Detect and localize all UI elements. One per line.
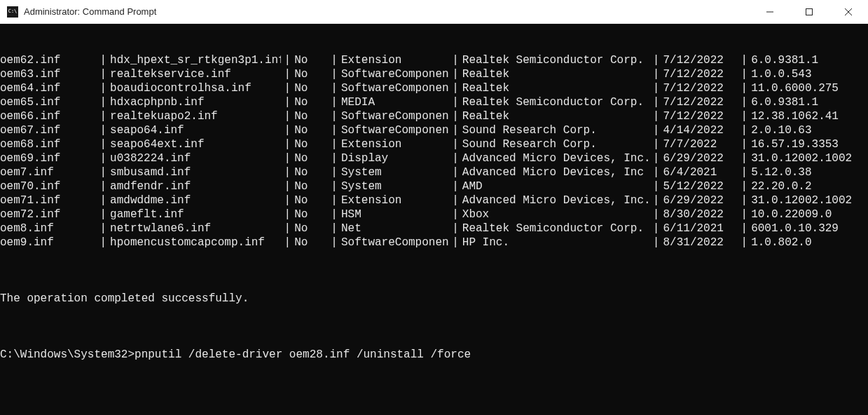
driver-class: SoftwareComponent <box>341 109 448 123</box>
oem-name: oem65.inf <box>0 95 96 109</box>
driver-file: gameflt.inf <box>110 208 280 222</box>
version: 6001.0.10.329 <box>751 222 868 236</box>
column-separator: | <box>281 208 295 222</box>
column-separator: | <box>738 109 752 123</box>
date: 7/7/2022 <box>663 137 737 151</box>
driver-row: oem67.inf|seapo64.inf|No|SoftwareCompone… <box>0 123 868 137</box>
signed: No <box>294 109 327 123</box>
close-button[interactable] <box>829 0 868 24</box>
version: 6.0.9381.1 <box>751 95 868 109</box>
column-separator: | <box>448 151 462 165</box>
column-separator: | <box>281 123 295 137</box>
oem-name: oem72.inf <box>0 208 96 222</box>
signed: No <box>294 222 327 236</box>
column-separator: | <box>327 193 341 208</box>
column-separator: | <box>738 165 752 179</box>
column-separator: | <box>738 222 752 236</box>
version: 31.0.12002.1002 <box>751 193 868 208</box>
oem-name: oem68.inf <box>0 137 96 151</box>
version: 12.38.1062.41 <box>751 109 868 123</box>
column-separator: | <box>281 95 295 109</box>
column-separator: | <box>448 81 462 95</box>
provider: HP Inc. <box>462 236 649 250</box>
driver-file: hdx_hpext_sr_rtkgen3p1.inf <box>110 53 280 67</box>
column-separator: | <box>649 179 663 193</box>
column-separator: | <box>327 236 341 250</box>
column-separator: | <box>738 236 752 250</box>
provider: Realtek Semiconductor Corp. <box>462 53 649 67</box>
driver-file: u0382224.inf <box>110 151 280 165</box>
oem-name: oem64.inf <box>0 81 96 95</box>
column-separator: | <box>281 165 295 179</box>
column-separator: | <box>96 81 110 95</box>
date: 4/14/2022 <box>663 123 737 137</box>
column-separator: | <box>327 208 341 222</box>
driver-file: realtekuapo2.inf <box>110 109 280 123</box>
signed: No <box>294 165 327 179</box>
column-separator: | <box>96 165 110 179</box>
column-separator: | <box>96 179 110 193</box>
version: 5.12.0.38 <box>751 165 868 179</box>
version: 31.0.12002.1002 <box>751 151 868 165</box>
date: 7/12/2022 <box>663 95 737 109</box>
date: 6/4/2021 <box>663 165 737 179</box>
column-separator: | <box>738 151 752 165</box>
signed: No <box>294 95 327 109</box>
oem-name: oem63.inf <box>0 67 96 81</box>
prompt-path: C:\Windows\System32> <box>0 348 135 362</box>
driver-row: oem68.inf|seapo64ext.inf|No|Extension|So… <box>0 137 868 151</box>
column-separator: | <box>448 109 462 123</box>
driver-class: Net <box>341 222 448 236</box>
column-separator: | <box>281 137 295 151</box>
driver-file: hpomencustomcapcomp.inf <box>110 236 280 250</box>
column-separator: | <box>327 222 341 236</box>
driver-file: amdfendr.inf <box>110 179 280 193</box>
titlebar[interactable]: Administrator: Command Prompt <box>0 0 868 24</box>
command-prompt-window: Administrator: Command Prompt oem62.inf|… <box>0 0 868 415</box>
driver-file: netrtwlane6.inf <box>110 222 280 236</box>
signed: No <box>294 123 327 137</box>
command-input[interactable]: pnputil /delete-driver oem28.inf /uninst… <box>135 348 471 362</box>
oem-name: oem8.inf <box>0 222 96 236</box>
version: 10.0.22009.0 <box>751 208 868 222</box>
driver-file: smbusamd.inf <box>110 165 280 179</box>
window-controls <box>750 0 868 23</box>
status-message: The operation completed successfully. <box>0 292 868 306</box>
column-separator: | <box>649 193 663 208</box>
column-separator: | <box>649 137 663 151</box>
driver-file: realtekservice.inf <box>110 67 280 81</box>
date: 8/31/2022 <box>663 236 737 250</box>
driver-class: Display <box>341 151 448 165</box>
provider: Sound Research Corp. <box>462 123 649 137</box>
column-separator: | <box>96 123 110 137</box>
driver-row: oem71.inf|amdwddme.inf|No|Extension|Adva… <box>0 193 868 208</box>
column-separator: | <box>281 236 295 250</box>
column-separator: | <box>327 151 341 165</box>
signed: No <box>294 208 327 222</box>
provider: Xbox <box>462 208 649 222</box>
column-separator: | <box>327 165 341 179</box>
maximize-button[interactable] <box>790 0 829 24</box>
column-separator: | <box>649 123 663 137</box>
driver-class: MEDIA <box>341 95 448 109</box>
column-separator: | <box>448 179 462 193</box>
column-separator: | <box>96 109 110 123</box>
terminal-output[interactable]: oem62.inf|hdx_hpext_sr_rtkgen3p1.inf|No|… <box>0 24 868 415</box>
column-separator: | <box>649 222 663 236</box>
provider: Realtek Semiconductor Corp. <box>462 222 649 236</box>
driver-class: SoftwareComponent <box>341 81 448 95</box>
driver-row: oem70.inf|amdfendr.inf|No|System|AMD|5/1… <box>0 179 868 193</box>
driver-class: System <box>341 179 448 193</box>
column-separator: | <box>96 95 110 109</box>
driver-class: SoftwareComponent <box>341 67 448 81</box>
column-separator: | <box>649 165 663 179</box>
column-separator: | <box>448 208 462 222</box>
column-separator: | <box>327 53 341 67</box>
driver-file: seapo64.inf <box>110 123 280 137</box>
minimize-button[interactable] <box>750 0 790 24</box>
column-separator: | <box>738 208 752 222</box>
column-separator: | <box>281 67 295 81</box>
prompt-line[interactable]: C:\Windows\System32>pnputil /delete-driv… <box>0 348 868 362</box>
column-separator: | <box>738 67 752 81</box>
provider: Realtek <box>462 67 649 81</box>
